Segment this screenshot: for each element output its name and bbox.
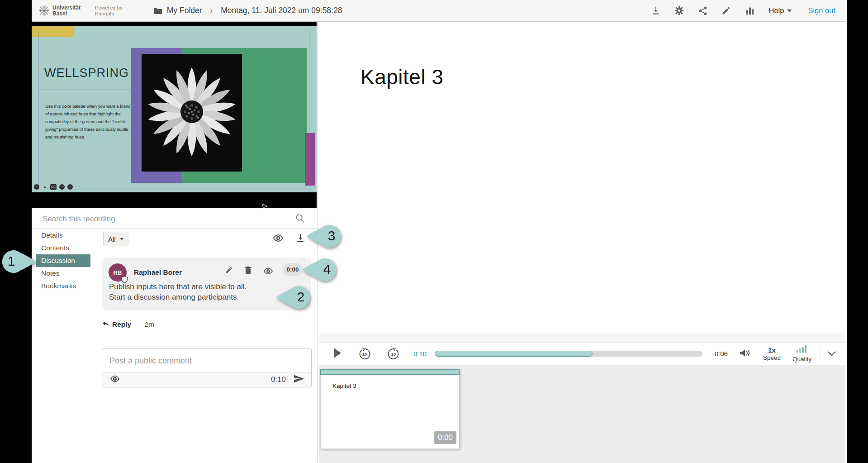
composer-timestamp: 0:10 xyxy=(271,375,286,384)
right-letterbox xyxy=(846,0,868,463)
logo-line2: Basel xyxy=(52,11,81,17)
stats-icon[interactable] xyxy=(745,5,755,16)
breadcrumb: My Folder › Montag, 11. Juli 2022 um 09:… xyxy=(153,6,342,15)
collapse-player-icon[interactable] xyxy=(827,350,836,358)
basel-snowflake-icon xyxy=(38,5,50,17)
edit-pencil-icon[interactable] xyxy=(721,5,732,16)
search-icon[interactable] xyxy=(295,214,305,225)
sign-out-link[interactable]: Sign out xyxy=(808,6,835,15)
help-menu[interactable]: Help xyxy=(769,6,792,15)
slide-body-text: Use this color palette when you want a b… xyxy=(45,102,134,141)
forward-10-button[interactable]: 10 xyxy=(387,348,400,360)
captions-icon[interactable]: CC xyxy=(50,184,57,190)
elapsed-time: 0:10 xyxy=(413,350,427,358)
remaining-time: -0:06 xyxy=(712,350,728,358)
tab-notes[interactable]: Notes xyxy=(32,267,100,280)
speed-control[interactable]: 1x Speed xyxy=(763,347,781,361)
comment-composer: 0:10 xyxy=(102,348,312,387)
tab-details[interactable]: Details xyxy=(32,229,100,242)
powered-by: Powered by Panopto xyxy=(95,5,123,17)
tab-discussion[interactable]: Discussion xyxy=(36,254,90,267)
slide-filmstrip: Kapitel 3 0:00 xyxy=(319,365,845,463)
comment-input[interactable] xyxy=(109,352,300,370)
slide-thumbnail[interactable]: Kapitel 3 0:00 xyxy=(320,369,460,449)
prev-slide-icon[interactable]: ‹ xyxy=(34,184,39,190)
wellspring-slide: WELLSPRING Use this color palette when y… xyxy=(32,26,317,192)
quality-bars-icon xyxy=(796,345,808,353)
play-button[interactable] xyxy=(333,348,342,360)
comment-visibility-icon[interactable] xyxy=(263,267,274,277)
left-letterbox xyxy=(0,0,32,463)
top-bar: Universität Basel Powered by Panopto My … xyxy=(32,0,845,22)
player-top-strip xyxy=(319,333,845,343)
comment-age: 2m xyxy=(144,320,154,329)
pointer-icon[interactable]: ▴ xyxy=(42,184,47,190)
download-discussion-icon[interactable] xyxy=(295,233,306,245)
slide-title: WELLSPRING xyxy=(44,66,129,80)
player-controls: 10 10 0:10 -0:06 1x Speed xyxy=(319,343,845,365)
progress-bar[interactable] xyxy=(435,351,702,357)
volume-icon[interactable] xyxy=(739,348,751,360)
breadcrumb-my-folder[interactable]: My Folder xyxy=(167,6,202,15)
session-title: Montag, 11. Juli 2022 um 09:58:28 xyxy=(221,6,342,15)
edit-comment-icon[interactable] xyxy=(225,266,233,276)
thumbnail-timestamp: 0:00 xyxy=(434,431,456,444)
rewind-10-button[interactable]: 10 xyxy=(358,348,371,360)
thumbnail-title: Kapitel 3 xyxy=(332,382,356,389)
panel-divider xyxy=(317,22,318,463)
comment-author: Raphael Borer xyxy=(134,268,182,277)
search-input[interactable] xyxy=(42,212,288,226)
slide-mini-toolbar: ‹ ▴ CC ⋯ › xyxy=(34,184,73,190)
panopto-viewer: Universität Basel Powered by Panopto My … xyxy=(0,0,868,463)
download-icon[interactable] xyxy=(650,5,661,16)
chevron-down-icon xyxy=(120,238,123,240)
search-row xyxy=(32,208,317,229)
reply-button[interactable]: Reply xyxy=(112,320,131,329)
video-preview[interactable]: WELLSPRING Use this color palette when y… xyxy=(32,22,317,208)
slide-divider xyxy=(38,90,136,90)
tab-list: Details Contents Discussion Notes Bookma… xyxy=(32,229,100,292)
discussion-comment: RB Raphael Borer 0:00 Publish inputs her… xyxy=(102,258,311,310)
send-comment-icon[interactable] xyxy=(293,374,305,385)
chevron-down-icon xyxy=(787,10,792,12)
composer-visibility-icon[interactable] xyxy=(109,375,120,385)
comment-text: Publish inputs here that are visible to … xyxy=(109,282,247,302)
discussion-filter-dropdown[interactable]: All xyxy=(103,232,128,246)
main-content: Kapitel 3 10 10 0:10 -0:06 xyxy=(319,22,845,463)
comment-timestamp-badge[interactable]: 0:00 xyxy=(283,263,303,276)
quality-control[interactable]: Quality xyxy=(792,345,811,363)
breadcrumb-separator: › xyxy=(210,6,213,15)
comment-meta-row: Reply · 2m xyxy=(102,320,154,329)
side-panel: WELLSPRING Use this color palette when y… xyxy=(32,22,317,463)
logo-line1: Universität xyxy=(52,5,81,11)
reply-arrow-icon xyxy=(102,320,109,329)
folder-icon xyxy=(153,7,162,14)
delete-comment-icon[interactable] xyxy=(244,266,252,277)
current-slide-title: Kapitel 3 xyxy=(360,65,444,89)
next-slide-icon[interactable]: › xyxy=(67,184,73,190)
thumbnail-progress-bar xyxy=(320,369,460,375)
tab-bookmarks[interactable]: Bookmarks xyxy=(32,280,100,292)
player-divider xyxy=(820,346,820,362)
university-basel-logo: Universität Basel xyxy=(38,5,81,17)
progress-fill xyxy=(435,351,593,357)
tab-contents[interactable]: Contents xyxy=(32,242,100,254)
visibility-eye-icon[interactable] xyxy=(272,234,284,244)
settings-gear-icon[interactable] xyxy=(674,5,685,16)
more-options-icon[interactable]: ⋯ xyxy=(59,184,65,190)
composer-toolbar: 0:10 xyxy=(102,372,311,387)
share-icon[interactable] xyxy=(697,5,708,16)
